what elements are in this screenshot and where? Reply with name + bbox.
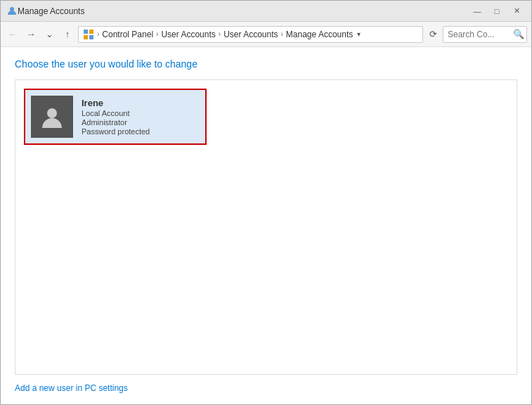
back-button[interactable]: ← xyxy=(5,27,20,42)
breadcrumb-user-accounts-1[interactable]: User Accounts xyxy=(161,30,215,39)
user-avatar xyxy=(31,96,73,138)
forward-button[interactable]: → xyxy=(23,27,39,42)
window-title: Manage Accounts xyxy=(18,6,468,16)
control-panel-icon xyxy=(83,29,94,40)
page-title: Choose the user you would like to change xyxy=(15,58,517,70)
user-name: Irene xyxy=(82,98,150,108)
window-controls: — □ ✕ xyxy=(468,4,526,18)
add-user-link[interactable]: Add a new user in PC settings xyxy=(15,383,517,393)
breadcrumb-user-accounts-2[interactable]: User Accounts xyxy=(223,30,278,39)
user-card-irene[interactable]: Irene Local Account Administrator Passwo… xyxy=(24,89,207,145)
breadcrumb-manage-accounts[interactable]: Manage Accounts xyxy=(286,30,353,39)
up-button[interactable]: ↑ xyxy=(60,27,75,42)
user-info: Irene Local Account Administrator Passwo… xyxy=(82,98,150,136)
search-button[interactable]: 🔍 xyxy=(513,29,524,39)
breadcrumb: › Control Panel › User Accounts › User A… xyxy=(78,26,423,43)
window: Manage Accounts — □ ✕ ← → ⌄ ↑ › Control … xyxy=(0,0,532,405)
address-bar: ← → ⌄ ↑ › Control Panel › User Accounts … xyxy=(1,22,531,47)
user-detail-password: Password protected xyxy=(82,127,150,136)
minimize-button[interactable]: — xyxy=(468,4,486,18)
users-container: Irene Local Account Administrator Passwo… xyxy=(15,79,517,375)
breadcrumb-dropdown-button[interactable]: ▾ xyxy=(357,30,361,38)
svg-rect-1 xyxy=(84,30,88,34)
svg-rect-3 xyxy=(84,35,88,39)
sep3: › xyxy=(219,30,221,38)
refresh-button[interactable]: ⟳ xyxy=(426,27,440,41)
svg-point-5 xyxy=(47,108,57,118)
close-button[interactable]: ✕ xyxy=(507,4,526,18)
svg-rect-4 xyxy=(89,35,93,39)
maximize-button[interactable]: □ xyxy=(488,4,506,18)
avatar-icon xyxy=(39,104,65,129)
window-icon xyxy=(6,6,18,17)
user-detail-account-type: Local Account xyxy=(82,109,150,117)
svg-rect-2 xyxy=(89,30,93,34)
main-panel: Choose the user you would like to change… xyxy=(1,47,531,404)
sep1: › xyxy=(97,30,99,38)
search-container: 🔍 xyxy=(443,26,527,43)
sep4: › xyxy=(281,30,283,38)
title-bar: Manage Accounts — □ ✕ xyxy=(1,1,531,22)
content-area: Choose the user you would like to change… xyxy=(1,47,531,404)
breadcrumb-control-panel[interactable]: Control Panel xyxy=(102,30,153,39)
recent-button[interactable]: ⌄ xyxy=(41,27,57,42)
sep2: › xyxy=(156,30,158,38)
user-detail-role: Administrator xyxy=(82,118,150,127)
